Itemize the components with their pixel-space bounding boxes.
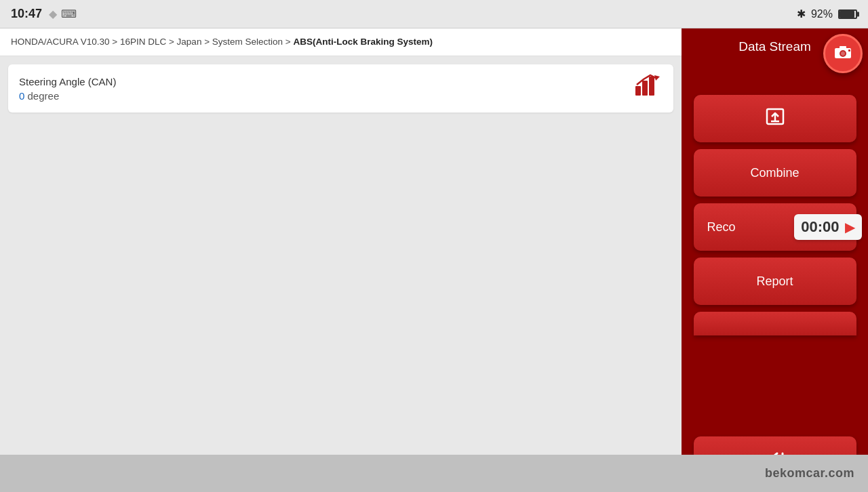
- battery-percent: 92%: [811, 8, 833, 20]
- main-content: HONDA/ACURA V10.30 > 16PIN DLC > Japan >…: [0, 28, 682, 455]
- keyboard-icon: ⌨: [61, 7, 77, 20]
- timer-display: 00:00: [801, 218, 839, 236]
- play-icon[interactable]: ▶: [845, 219, 855, 235]
- data-card: Steering Angle (CAN) 0 degree: [8, 64, 673, 112]
- status-bar: 10:47 ◆ ⌨ ✱ 92%: [0, 0, 868, 28]
- breadcrumb-path: HONDA/ACURA V10.30 > 16PIN DLC > Japan >…: [11, 37, 293, 47]
- svg-rect-0: [635, 86, 641, 96]
- combine-label: Combine: [750, 166, 799, 180]
- data-item-value: 0 degree: [19, 90, 116, 102]
- combine-button[interactable]: Combine: [694, 149, 856, 197]
- camera-fab-button[interactable]: [823, 34, 863, 73]
- battery-icon: [838, 9, 857, 19]
- svg-rect-2: [649, 77, 654, 96]
- signal-icon: ◆: [49, 7, 57, 20]
- breadcrumb-current: ABS(Anti-Lock Braking System): [293, 37, 433, 47]
- export-icon: [766, 108, 785, 129]
- svg-rect-7: [840, 46, 846, 49]
- data-value-number: 0: [19, 90, 24, 102]
- bar-chart-svg: [635, 74, 663, 98]
- svg-point-6: [841, 52, 845, 56]
- timer-overlay: 00:00 ▶: [794, 214, 861, 240]
- bluetooth-icon: ✱: [797, 7, 806, 20]
- right-status-icons: ✱ 92%: [797, 7, 857, 20]
- svg-marker-3: [654, 75, 660, 81]
- status-icons: ◆ ⌨: [49, 7, 77, 20]
- svg-rect-8: [848, 49, 850, 52]
- record-label: Reco: [707, 220, 736, 234]
- data-item-title: Steering Angle (CAN): [19, 76, 116, 87]
- partial-button[interactable]: [694, 312, 856, 335]
- sidebar: Data Stream Combine: [682, 28, 868, 492]
- record-wrapper: Reco 00:00 ▶: [694, 203, 856, 251]
- report-label: Report: [756, 274, 793, 289]
- export-button[interactable]: [694, 95, 856, 142]
- svg-rect-1: [642, 81, 648, 96]
- camera-icon: [833, 43, 852, 64]
- brand-text: bekomcar.com: [765, 466, 854, 480]
- report-button[interactable]: Report: [694, 258, 856, 305]
- bottom-bar: bekomcar.com: [0, 455, 868, 492]
- data-card-left: Steering Angle (CAN) 0 degree: [19, 76, 116, 102]
- chart-icon[interactable]: [635, 74, 663, 103]
- breadcrumb: HONDA/ACURA V10.30 > 16PIN DLC > Japan >…: [0, 28, 682, 56]
- status-time: 10:47: [11, 7, 42, 21]
- data-value-unit: degree: [28, 90, 60, 102]
